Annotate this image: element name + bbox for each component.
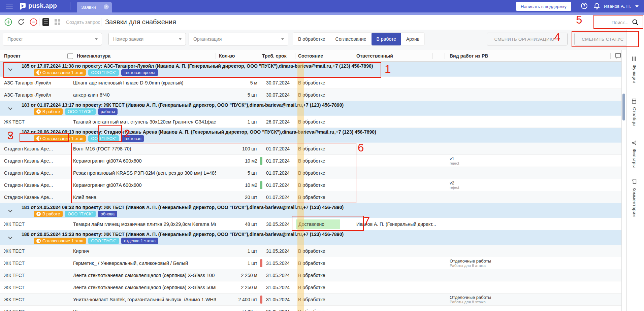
column-header-responsible[interactable]: Ответственный [356,53,393,59]
cell-required-date: 01.07.2024 [266,167,296,179]
support-button[interactable]: Написать в поддержку [516,2,571,11]
cell-work-type: v2 reject [450,179,561,191]
cell-quantity: 1 шт [195,257,257,269]
hamburger-menu-icon[interactable] [6,4,13,8]
notifications-bell-icon[interactable] [594,3,600,9]
refresh-icon[interactable] [17,18,25,26]
badge-label: Согласование 1 этап [42,70,83,75]
badge-orange: В работе [34,108,63,115]
tab-v-obrabotke[interactable]: В обработке [293,33,330,45]
request-group-row[interactable]: 180 от 20.05.2024 15:23 по проекту: ЖК Т… [0,230,621,245]
request-group-row[interactable]: 181 от 24.05.2024 08:32 по проекту: ЖК Т… [0,203,621,218]
chevron-down-icon[interactable] [635,5,639,7]
cell-status: В обработке [298,269,354,281]
tab-arhiv[interactable]: Архив [401,33,424,45]
badge-orange: Согласование 1 этап [34,135,86,142]
help-icon[interactable]: ? [581,3,587,9]
table-row[interactable]: ЖК ТЕСТ Таганай элегантный мат. ступень … [0,116,621,128]
chevron-down-icon [179,38,182,40]
column-header-required-date[interactable]: Треб. срок [262,53,287,59]
chevron-down-icon[interactable] [8,67,12,71]
cell-work-type [450,269,561,281]
organization-filter-dropdown[interactable]: Организация [189,33,288,45]
badge-label: Согласование 1 этап [42,136,83,141]
request-number-filter-dropdown[interactable]: Номер заявки [108,33,186,45]
search-control[interactable] [596,20,642,26]
cell-quantity: 100 шт [195,143,257,154]
chevron-down-icon[interactable] [8,208,12,212]
tab-soglasovanie[interactable]: Согласование [330,33,372,45]
cell-responsible [356,306,442,311]
table-row[interactable]: АЗС-Таганрог-Лукойл Шланг ацетиленовый I… [0,77,621,89]
cell-quantity: 5 шт [195,89,257,101]
badge-cyan: ООО "ПУСК" [88,135,119,142]
request-group-row[interactable]: 183 от 01.07.2024 13:17 по проекту: ЖК Т… [0,101,621,116]
grid-view-icon[interactable] [55,19,57,22]
table-row[interactable]: ЖК ТЕСТ Лента стеклотканевая самоклеящая… [0,281,621,293]
table-row[interactable]: ЖК ТЕСТ Лента стеклотканевая самоклеящая… [0,269,621,281]
cell-project: Стадион Казань Аре... [4,143,65,154]
select-all-checkbox[interactable] [67,53,73,59]
column-header-quantity[interactable]: Кол-во [219,53,235,59]
project-filter-dropdown[interactable]: Проект [3,33,102,45]
request-group-row[interactable]: 182 от 20.06.2024 09:13 по проекту: Стад… [0,128,621,143]
remove-circle-icon[interactable] [30,18,37,26]
tab-zayavki[interactable]: Заявки ✕ [77,2,112,12]
badge-label: обнова [101,212,115,216]
table-row[interactable]: Стадион Казань Аре... Болт М16 (ГОСТ 779… [0,143,621,155]
column-header-nomenclature[interactable]: Номенклатура [77,53,110,59]
table-row[interactable]: Стадион Казань Аре... Клей пена 20 шт 01… [0,191,621,203]
badge-indigo: тестовая проект [121,69,158,76]
table-row[interactable]: Стадион Казань Аре... Резак пропановый K… [0,167,621,179]
table-row[interactable]: ЖК ТЕСТ Шпаклевка... 7 500 м 31.05.2024 … [0,306,621,311]
badge-indigo: тестовая [121,135,144,142]
vertical-scrollbar[interactable] [622,94,625,120]
toolbar: Создать запрос Заявки для снабжения [0,15,644,30]
filter-bar: Проект Номер заявки Организация В обрабо… [0,30,644,50]
chevron-down-icon[interactable] [8,106,12,110]
cell-work-type [450,245,561,257]
cell-project: ЖК ТЕСТ [4,281,65,293]
cell-quantity: 10 м2 [195,179,257,191]
user-menu[interactable]: Иванов А. П. [604,4,631,9]
table-row[interactable]: ЖК ТЕСТ Унитаз-компакт Santek, горизонта… [0,293,621,306]
search-icon[interactable] [632,19,639,26]
column-header-work-type[interactable]: Вид работ из РВ [450,53,488,59]
menu-icon [632,56,636,61]
badge-label: отделка 1 этажа [124,239,156,243]
cell-quantity: 48 шт [195,218,257,230]
cell-responsible [356,269,442,281]
cell-nomenclature: Герметик_ / Универсальный, силиконовый /… [73,257,216,269]
cell-required-date: 01.07.2024 [266,179,296,191]
sidebar-tab-filters[interactable]: Фильтры [632,141,637,168]
add-circle-icon[interactable] [4,18,12,26]
request-group-row[interactable]: 185 от 17.07.2024 11:38 по проекту: АЗС-… [0,62,621,77]
sidebar-tab-columns[interactable]: Столбцы [632,99,637,127]
chevron-down-icon[interactable] [8,235,12,239]
sidebar-tab-comments[interactable]: Комментарии [632,179,637,217]
table-row[interactable]: Стадион Казань Аре... Керамогранит gt007… [0,179,621,191]
table-row[interactable]: ЖК ТЕСТ Кирпич 1 шт 31.05.2024 В обработ… [0,245,621,257]
cell-required-date: 31.05.2024 [266,281,296,293]
column-header-status[interactable]: Состояние [298,53,323,59]
table-row[interactable]: ЖК ТЕСТ Темари лайм глянец мозаичная пли… [0,218,621,230]
badge-label: В работе [42,109,60,114]
change-organization-button[interactable]: СМЕНИТЬ ОРГАНИЗАЦИЮ [487,33,568,45]
chevron-down-icon[interactable] [8,133,12,137]
tab-v-rabote[interactable]: В работе [372,33,401,45]
cell-nomenclature: Шланг ацетиленовый I класс D-9.0mm (крас… [73,77,216,89]
close-icon[interactable]: ✕ [104,4,109,9]
comment-icon[interactable] [615,53,621,59]
table-row[interactable]: ЖК ТЕСТ Герметик_ / Универсальный, силик… [0,257,621,269]
cell-work-type [450,281,561,293]
search-input[interactable] [596,20,629,25]
filter-icon [632,140,636,145]
create-request-button[interactable]: Создать запрос [66,20,100,25]
sidebar-tab-functions[interactable]: Функции [632,57,637,83]
cell-status: В обработке [298,155,354,167]
table-row[interactable]: Стадион Казань Аре... Керамогранит gt007… [0,155,621,167]
group-badges: Согласование 1 этапООО "ПУСК"тестовая пр… [34,69,158,76]
column-header-project[interactable]: Проект [4,53,21,59]
table-row[interactable]: АЗС-Таганрог-Лукойл анкер-клин 6*40 5 шт… [0,89,621,101]
list-view-icon[interactable] [42,18,49,26]
